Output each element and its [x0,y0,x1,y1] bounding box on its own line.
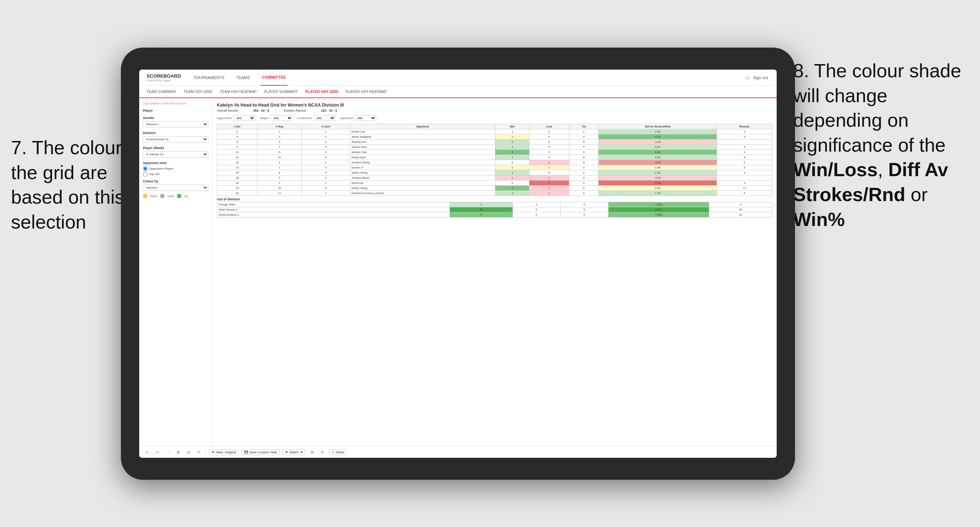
filter-opponents-select[interactable]: (All) [233,115,255,121]
filter-opponent-select[interactable]: (All) [354,115,376,121]
colour-by-select[interactable]: Win/loss [143,184,208,191]
watch-button[interactable]: 👁 Watch ▼ [282,449,305,455]
gender-section: Gender Women's [143,116,208,127]
table-row: 6 3 3 Sydney Kuo 1 0 0 -1.00 [217,140,772,144]
table-row: 11 11 5 Heejo Hyun 1 0 0 3.33 3 [217,155,772,160]
division-record-label: Division Record: [284,109,307,113]
table-row: 10 6 3 Andrea York 2 0 0 4.00 4 [217,150,772,155]
col-win: Win [495,124,530,129]
table-row: 14 7 4 Eunice Yi 2 2 0 0.38 9 [217,165,772,170]
grid-title: Katelyn Vo Head-to-Head Grid for Women's… [217,103,772,108]
player-rank-label: Player (Rank) [143,146,208,150]
table-row: 5 2 2 Alexis Sudijanto 1 0 0 4.00 3 [217,134,772,140]
view-original-button[interactable]: 👁 View: Original [209,449,239,455]
legend-down-dot [143,194,147,198]
out-of-division-header: Out of division [217,196,772,202]
overall-record-label: Overall Record: [217,109,239,113]
share-button[interactable]: ↗ Share [329,449,347,455]
undo-button[interactable]: ↩ [143,450,151,455]
filter-conference-select[interactable]: (All) [313,115,336,121]
col-div: # Div [217,124,258,129]
nav-teams[interactable]: TEAMS [235,70,252,86]
filters-row: Opponents: (All) Region (All) Conference [217,115,772,121]
legend-up-dot [177,194,181,198]
table-row: 20 11 7 Federica Domecq Lacroze 2 1 0 1.… [217,191,772,196]
player-rank-select[interactable]: 8. Katelyn Vo [143,151,208,157]
colour-by-section: Colour by Win/loss [143,179,208,191]
table-row: 15 8 5 Stella Cheng 1 0 0 1.25 4 [217,170,772,175]
legend-level-label: Level [167,194,174,198]
gender-label: Gender [143,116,208,120]
data-table: # Div # Reg # Conf Opponent Win Loss Tie… [217,124,772,196]
sign-out-button[interactable]: Sign out [752,70,769,86]
save-icon: 💾 [244,451,248,454]
sub-nav-team-summary[interactable]: TEAM SUMMARY [146,85,177,98]
save-custom-button[interactable]: 💾 Save Custom View [242,449,280,455]
legend-level-dot [160,194,164,198]
division-select[interactable]: NCAA Division III [143,136,208,143]
annotation-right: 8. The colour shade will change dependin… [793,59,969,232]
main-content: Last Updated: 27/03/2024 16:55:38 Player… [139,98,777,446]
nav-tournaments[interactable]: TOURNAMENTS [192,70,226,86]
record-row: Overall Record: 353 - 34 - 6 Division Re… [217,109,772,113]
sub-nav-player-h2h-grid[interactable]: PLAYER H2H GRID [305,86,338,98]
player-section: Player [143,109,208,113]
col-loss: Loss [530,124,569,129]
division-section: Division NCAA Division III [143,131,208,143]
redo-button[interactable]: ↪ [154,450,161,455]
expand-button[interactable]: ⊡ [319,450,326,455]
colour-by-label: Colour by [143,179,208,183]
out-of-division-row: NAIA Division 1 15 0 0 9.267 30 [217,207,772,213]
legend-up-label: Up [184,194,188,198]
sub-nav-player-summary[interactable]: PLAYER SUMMARY [264,85,298,98]
table-row: 3 1 1 Esther Lee 1 0 1 1.50 4 [217,129,772,134]
left-panel: Last Updated: 27/03/2024 16:55:38 Player… [139,98,213,446]
paste-button[interactable]: ⊟ [185,450,192,455]
opponent-view-label: Opponent view [143,161,208,165]
separator: ı | [746,75,749,80]
layout-button[interactable]: ⊞ [309,450,316,455]
nav-items: TOURNAMENTS TEAMS COMMITTEE [192,70,746,86]
logo: SCOREBOARD Powered by clippd [146,73,181,82]
division-record-value: 331 - 34 - 6 [321,109,337,113]
view-icon: 👁 [212,451,215,454]
col-reg: # Reg [258,124,302,129]
filter-opponent: Opponent (All) [340,115,376,121]
table-row: 18 2 2 Euna Lee 0 1 0 -5.00 2 [217,181,772,186]
sub-nav-team-h2h-grid[interactable]: TEAM H2H GRID [184,85,213,98]
filter-opponents: Opponents: (All) [217,115,255,121]
share-icon: ↗ [332,451,334,454]
radio-top100[interactable]: Top 100 [143,172,208,176]
gender-select[interactable]: Women's [143,121,208,127]
out-of-division-row: Foreign Team 1 0 0 4.500 2 [217,202,772,207]
filter-region-select[interactable]: (All) [271,115,293,121]
last-updated: Last Updated: 27/03/2024 16:55:38 [143,102,208,105]
copy-button[interactable]: ⊞ [175,450,182,455]
toolbar-divider-1 [205,449,206,455]
nav-committee[interactable]: COMMITTEE [261,70,288,86]
col-diff: Diff Av Strokes/Rnd [599,124,717,129]
sub-nav-player-h2h-heatmap[interactable]: PLAYER H2H HEATMAP [345,85,387,98]
nav-right: ı | Sign out [746,70,769,86]
filter-conference: Conference (All) [297,115,336,121]
tablet-screen: SCOREBOARD Powered by clippd TOURNAMENTS… [139,70,777,458]
out-of-division-table: Foreign Team 1 0 0 4.500 2 NAIA Division… [217,202,772,217]
watch-icon: 👁 [285,451,288,454]
overall-record-value: 353 - 34 - 6 [253,109,269,113]
opponent-view-section: Opponent view Opponents Played Top 100 [143,161,208,176]
out-of-division-row: NCAA Division 2 5 0 0 7.400 10 [217,213,772,217]
refresh-button[interactable]: ↻ [195,450,203,455]
col-conf: # Conf [302,124,350,129]
col-tie: Tie [569,124,599,129]
sub-nav-team-h2h-heatmap[interactable]: TEAM H2H HEATMAP [220,85,257,98]
forward-button[interactable]: → [164,450,172,455]
col-rounds: Rounds [717,124,772,129]
bottom-toolbar: ↩ ↪ → ⊞ ⊟ ↻ 👁 View: Original 💾 Save Cust… [139,446,777,458]
tablet-frame: SCOREBOARD Powered by clippd TOURNAMENTS… [121,48,795,480]
radio-opponents-played[interactable]: Opponents Played [143,166,208,171]
table-row: 13 1 1 Jessica Huang 0 1 0 -3.00 2 [217,160,772,165]
table-row: 9 1 4 Sharon Mun 1 0 0 3.67 3 [217,144,772,150]
player-label: Player [143,109,208,113]
table-row: 16 2 1 Jessica Mason 1 2 0 -0.94 [217,175,772,181]
division-label: Division [143,131,208,135]
